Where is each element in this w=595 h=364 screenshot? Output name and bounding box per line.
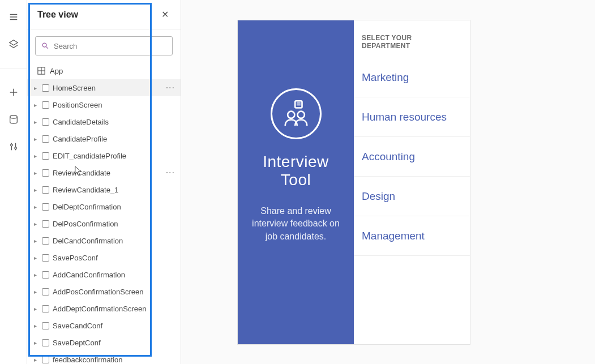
app-preview: Interview Tool Share and review intervie…: [238, 20, 470, 344]
svg-point-6: [10, 115, 17, 118]
tree-item-label: EDIT_candidateProfile: [53, 152, 126, 160]
svg-marker-3: [9, 40, 17, 45]
tree-item-label: SaveDeptConf: [53, 339, 101, 347]
tree-item[interactable]: ▸ReviewCandidate_1: [27, 181, 181, 198]
tree-item-label: AddDeptConfirmationScreen: [53, 305, 146, 313]
screen-icon: [42, 186, 49, 194]
department-item[interactable]: Human resources: [354, 97, 470, 137]
more-icon[interactable]: ···: [166, 168, 175, 178]
tree-list: App ▸HomeScreen···▸PositionScreen▸Candid…: [27, 62, 181, 364]
tree-item[interactable]: ▸AddCandConfirmation: [27, 266, 181, 283]
department-item[interactable]: Accounting: [354, 137, 470, 177]
tree-item[interactable]: ▸DelDeptConfirmation: [27, 198, 181, 215]
chevron-right-icon: ▸: [32, 289, 38, 295]
canvas-area: Interview Tool Share and review intervie…: [181, 0, 595, 364]
chevron-right-icon: ▸: [32, 221, 38, 227]
search-icon: [41, 42, 49, 50]
svg-point-10: [14, 147, 16, 149]
screen-icon: [42, 322, 49, 329]
hamburger-icon[interactable]: [8, 11, 19, 23]
tree-item-label: SavePosConf: [53, 254, 98, 262]
department-panel: SELECT YOUR DEPARTMENT MarketingHuman re…: [354, 20, 470, 344]
data-icon[interactable]: [8, 114, 19, 125]
screen-icon: [42, 118, 49, 126]
layers-icon[interactable]: [8, 38, 19, 50]
tree-app-label: App: [50, 67, 63, 75]
chevron-right-icon: ▸: [32, 238, 38, 244]
svg-point-18: [297, 112, 304, 118]
screen-icon: [42, 169, 49, 177]
tree-item[interactable]: ▸CandidateProfile: [27, 130, 181, 147]
hero-panel: Interview Tool Share and review intervie…: [238, 20, 354, 344]
tree-item[interactable]: ▸SavePosConf: [27, 249, 181, 266]
chevron-right-icon: ▸: [32, 323, 38, 329]
tree-item-label: PositionScreen: [53, 101, 102, 109]
tree-view-panel: Tree view ✕ App ▸HomeScreen···▸PositionS…: [27, 0, 181, 364]
tree-item-label: DelDeptConfirmation: [53, 203, 121, 211]
tree-item[interactable]: ▸HomeScreen···: [27, 79, 181, 96]
screen-icon: [42, 135, 49, 143]
tree-item-label: CandidateDetails: [53, 118, 109, 126]
screen-icon: [42, 356, 49, 363]
chevron-right-icon: ▸: [32, 85, 38, 91]
tree-header: Tree view ✕: [27, 0, 181, 29]
svg-point-17: [288, 112, 294, 118]
tree-item-label: AddPosConfirmationScreen: [53, 288, 143, 296]
left-nav-rail: [0, 0, 27, 364]
rail-separator: [0, 68, 27, 68]
more-icon[interactable]: ···: [166, 83, 175, 93]
tree-item-label: AddCandConfirmation: [53, 271, 125, 279]
chevron-right-icon: ▸: [32, 119, 38, 125]
chevron-right-icon: ▸: [32, 340, 38, 346]
tree-item-label: DelCandConfirmation: [53, 237, 123, 245]
chevron-right-icon: ▸: [32, 170, 38, 176]
tree-item-label: DelPosConfirmation: [53, 220, 118, 228]
svg-line-12: [46, 46, 48, 49]
chevron-right-icon: ▸: [32, 153, 38, 159]
chevron-right-icon: ▸: [32, 102, 38, 108]
tree-item[interactable]: ▸EDIT_candidateProfile: [27, 147, 181, 164]
tree-item[interactable]: ▸PositionScreen: [27, 96, 181, 113]
screen-icon: [42, 237, 49, 245]
svg-point-9: [10, 144, 12, 147]
hero-icon: [271, 88, 322, 139]
tree-item-label: ReviewCandidate_1: [53, 186, 118, 194]
chevron-right-icon: ▸: [32, 255, 38, 261]
svg-point-11: [42, 43, 46, 47]
tree-item[interactable]: ▸SaveDeptConf: [27, 334, 181, 351]
chevron-right-icon: ▸: [32, 204, 38, 210]
search-wrap: [27, 29, 181, 62]
department-item[interactable]: Design: [354, 177, 470, 216]
screen-icon: [42, 254, 49, 262]
tree-item[interactable]: ▸ReviewCandidate···: [27, 164, 181, 181]
screen-icon: [42, 271, 49, 279]
tree-item[interactable]: ▸DelCandConfirmation: [27, 232, 181, 249]
plus-icon[interactable]: [8, 87, 19, 98]
settings-icon[interactable]: [8, 141, 19, 152]
tree-item[interactable]: ▸AddPosConfirmationScreen: [27, 283, 181, 300]
tree-item[interactable]: ▸SaveCandConf: [27, 317, 181, 334]
close-icon[interactable]: ✕: [157, 7, 173, 23]
tree-app-root[interactable]: App: [27, 62, 181, 79]
hero-title: Interview Tool: [247, 153, 345, 189]
tree-item-label: SaveCandConf: [53, 322, 102, 330]
search-box[interactable]: [35, 36, 173, 55]
chevron-right-icon: ▸: [32, 306, 38, 312]
screen-icon: [42, 84, 49, 92]
chevron-right-icon: ▸: [32, 187, 38, 193]
chevron-right-icon: ▸: [32, 136, 38, 142]
department-header: SELECT YOUR DEPARTMENT: [354, 34, 470, 58]
screen-icon: [42, 288, 49, 296]
search-input[interactable]: [54, 42, 166, 50]
tree-item[interactable]: ▸AddDeptConfirmationScreen: [27, 300, 181, 317]
department-item[interactable]: Marketing: [354, 58, 470, 97]
tree-item[interactable]: ▸CandidateDetails: [27, 113, 181, 130]
chevron-right-icon: ▸: [32, 357, 38, 363]
department-item[interactable]: Management: [354, 216, 470, 256]
tree-item[interactable]: ▸feedbackconfirmation: [27, 351, 181, 364]
tree-item-label: ReviewCandidate: [53, 169, 110, 177]
tree-item[interactable]: ▸DelPosConfirmation: [27, 215, 181, 232]
hero-subtitle: Share and review interview feedback on j…: [247, 205, 345, 243]
tree-item-label: CandidateProfile: [53, 135, 107, 143]
screen-icon: [42, 305, 49, 312]
